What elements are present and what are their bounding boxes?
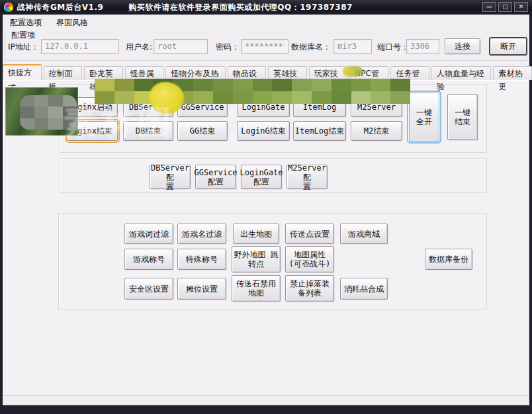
- watermark-blob-cell: [34, 95, 49, 106]
- tab-6[interactable]: 英雄技能: [268, 66, 307, 80]
- watermark-cell: [272, 91, 292, 104]
- username-input[interactable]: [154, 39, 208, 54]
- close-button[interactable]: ✕: [514, 2, 528, 12]
- tab-2[interactable]: 卧龙英雄: [84, 66, 123, 80]
- port-input[interactable]: [406, 39, 439, 54]
- window-bottom-divider: [3, 405, 529, 405]
- watermark-cell: [332, 91, 351, 104]
- server-config-button-3[interactable]: M2Server 配 置: [287, 165, 328, 189]
- server-config-button-1[interactable]: GGService 配置: [195, 165, 236, 189]
- port-label: 端口号：: [377, 42, 409, 53]
- game-button-r1-3[interactable]: 传送点设置: [285, 224, 334, 244]
- game-button-r1-2[interactable]: 出生地图: [233, 224, 279, 244]
- tab-4[interactable]: 怪物分布及热更: [165, 66, 225, 80]
- title-bar: 战神传奇GM后台V1.9 购买软件请在软件登录界面购买或加代理QQ：197387…: [0, 0, 532, 15]
- watermark-cell: [233, 91, 253, 104]
- game-button-r1-0[interactable]: 游戏词过滤: [124, 224, 173, 244]
- batch-start-button[interactable]: 一键 全开: [409, 93, 439, 142]
- ip-input[interactable]: [41, 39, 119, 54]
- watermark-blob-cell: [48, 106, 63, 118]
- game-button-r3-3[interactable]: 禁止掉落装 备列表: [285, 275, 334, 302]
- tab-0[interactable]: 快捷方式: [3, 64, 42, 80]
- watermark-cell: [332, 79, 351, 91]
- tab-11[interactable]: 素材热更: [493, 66, 532, 80]
- watermark-npc-tab-smudge: [343, 66, 363, 77]
- watermark-cell: [213, 79, 233, 91]
- dbname-label: 数据库名：: [291, 42, 331, 53]
- watermark-cell: [253, 91, 273, 104]
- watermark-cell: [95, 91, 114, 104]
- menu-bar: 配置选项 界面风格: [3, 16, 95, 30]
- watermark-cell: [233, 79, 253, 91]
- watermark-cell: [371, 79, 390, 91]
- watermark-blob-cell: [34, 118, 49, 130]
- server-stop-button-5[interactable]: M2结束: [351, 121, 402, 141]
- watermark-cell: [114, 79, 134, 91]
- watermark-cell: [193, 79, 213, 91]
- watermark-cell: [390, 91, 410, 104]
- tab-10[interactable]: 人物血量与经验: [431, 66, 491, 80]
- server-stop-button-3[interactable]: LoginG结束: [237, 121, 290, 141]
- game-button-r1-4[interactable]: 游戏商城: [340, 224, 388, 244]
- app-icon: [4, 3, 13, 12]
- game-button-r3-2[interactable]: 传送石禁用 地图: [232, 275, 281, 302]
- game-button-r1-1[interactable]: 游戏名过滤: [177, 224, 226, 244]
- maximize-button[interactable]: □: [498, 2, 512, 12]
- config-group-label: 配置项: [9, 30, 37, 41]
- game-button-r2-3[interactable]: 地图属性 (可否战斗): [285, 246, 334, 272]
- server-config-button-0[interactable]: DBServer 配 置: [150, 165, 191, 189]
- watermark-cell: [272, 79, 292, 91]
- watermark-pixelated-blob: [20, 95, 77, 130]
- disconnect-button[interactable]: 断开: [490, 38, 527, 55]
- watermark-cell: [114, 91, 134, 104]
- tab-5[interactable]: 物品设置: [228, 66, 267, 80]
- tab-1[interactable]: 控制面板: [44, 66, 83, 80]
- game-button-r2-2[interactable]: 野外地图 跳 转点: [232, 246, 281, 272]
- watermark-cell: [193, 91, 213, 104]
- watermark-photo-thumbnail: [5, 87, 78, 136]
- watermark-cell: [351, 79, 371, 91]
- menu-config-options[interactable]: 配置选项: [3, 15, 49, 30]
- tab-7[interactable]: 玩家技能: [309, 66, 348, 80]
- game-button-r3-4[interactable]: 消耗品合成: [340, 278, 388, 300]
- database-backup-button[interactable]: 数据库备份: [425, 249, 472, 270]
- server-stop-button-2[interactable]: GG结束: [177, 121, 228, 141]
- menu-ui-style[interactable]: 界面风格: [49, 15, 95, 30]
- dbname-input[interactable]: [333, 39, 372, 54]
- ip-label: IP地址：: [8, 42, 39, 53]
- tab-9[interactable]: 任务管理: [390, 66, 429, 80]
- watermark-cell: [312, 91, 332, 104]
- window-title: 战神传奇GM后台V1.9: [17, 2, 103, 13]
- watermark-cell: [292, 91, 312, 104]
- watermark-blob-cell: [20, 106, 34, 118]
- watermark-blob-cell: [20, 118, 34, 130]
- connect-button[interactable]: 连接: [445, 38, 480, 54]
- watermark-blob-cell: [63, 118, 77, 130]
- watermark-mosaic-band: [95, 79, 410, 104]
- game-button-r2-0[interactable]: 游戏称号: [124, 249, 173, 270]
- server-stop-button-1[interactable]: DB结束: [123, 121, 173, 141]
- watermark-cell: [213, 91, 233, 104]
- tab-3[interactable]: 怪兽属性: [125, 66, 164, 80]
- app-window: 战神传奇GM后台V1.9 购买软件请在软件登录界面购买或加代理QQ：197387…: [0, 0, 532, 414]
- tab-strip: 快捷方式控制面板卧龙英雄怪兽属性怪物分布及热更物品设置英雄技能玩家技能NPC管理…: [3, 64, 532, 80]
- watermark-yellow-blob: [150, 82, 184, 114]
- server-config-button-2[interactable]: LoginGate 配置: [241, 165, 282, 189]
- watermark-cell: [95, 79, 114, 91]
- watermark-blob-cell: [48, 95, 63, 106]
- minimize-button[interactable]: —: [482, 2, 496, 12]
- window-controls: — □ ✕: [482, 2, 528, 12]
- batch-stop-button[interactable]: 一键 结束: [447, 94, 478, 140]
- watermark-cell: [351, 91, 371, 104]
- server-stop-button-4[interactable]: ItemLog结束: [293, 121, 346, 141]
- game-button-r2-1[interactable]: 特殊称号: [177, 249, 226, 270]
- game-button-r3-0[interactable]: 安全区设置: [124, 278, 173, 300]
- password-label: 密码：: [216, 42, 240, 53]
- watermark-blob-cell: [48, 118, 63, 130]
- watermark-blob-cell: [20, 95, 34, 106]
- password-input[interactable]: [241, 39, 288, 54]
- user-label: 用户名:: [126, 42, 152, 53]
- watermark-blob-cell: [34, 106, 49, 118]
- title-notice: 购买软件请在软件登录界面购买或加代理QQ：197387387: [128, 2, 353, 13]
- game-button-r3-1[interactable]: 摊位设置: [177, 278, 226, 300]
